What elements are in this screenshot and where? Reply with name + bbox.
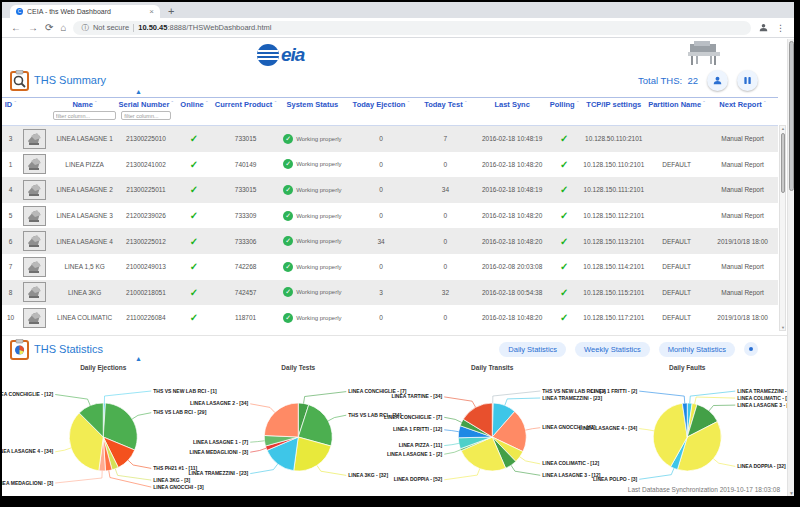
cell-tcpip: 10.128.150.115:2101 — [582, 289, 646, 296]
label-leader-line — [444, 443, 459, 445]
label-leader-line — [444, 450, 461, 455]
tab-strip: C CEIA - ths Web Dashboard × + — [2, 2, 794, 18]
check-icon: ✓ — [190, 184, 198, 195]
sort-caret-icon[interactable]: ˆ — [14, 100, 16, 106]
profile-icon[interactable] — [758, 22, 769, 33]
status-ok-icon: ✓ — [283, 236, 293, 246]
user-action-button[interactable] — [707, 70, 728, 91]
column-header[interactable]: Current Productˆ — [215, 100, 276, 124]
sort-caret-icon[interactable]: ˆ — [407, 100, 409, 106]
sort-caret-icon[interactable]: ˆ — [577, 100, 579, 106]
column-header[interactable]: IDˆ — [2, 100, 19, 124]
back-icon[interactable]: ← — [11, 23, 21, 33]
column-header[interactable]: Pollingˆ — [547, 100, 582, 124]
scroll-up-icon[interactable]: ▲ — [780, 126, 786, 131]
machine-thumbnail-image — [25, 233, 44, 249]
label-leader-line — [444, 430, 458, 432]
forward-icon[interactable]: → — [28, 23, 38, 33]
cell-thumbnail — [19, 282, 50, 302]
sort-caret-icon[interactable]: ˆ — [465, 100, 467, 106]
summary-collapse-icon[interactable]: ▲ — [135, 88, 142, 95]
table-row[interactable]: 1LINEA PIZZA21300241002✓740149✓Working p… — [2, 152, 778, 178]
table-body: 3LINEA LASAGNE 121300225010✓733015✓Worki… — [2, 126, 778, 331]
cell-id: 8 — [2, 289, 19, 296]
sort-caret-icon[interactable]: ˆ — [206, 100, 208, 106]
cell-serial: 21300225011 — [119, 186, 173, 193]
page-scrollbar[interactable]: ▼ — [787, 39, 794, 496]
info-icon[interactable]: ⓘ — [81, 23, 89, 33]
table-row[interactable]: 7LINEA 1,5 KG21000249013✓742268✓Working … — [2, 254, 778, 280]
sort-caret-icon[interactable]: ˆ — [703, 100, 705, 106]
svg-text:Daily Tests: Daily Tests — [281, 364, 315, 372]
column-header-label: Polling — [550, 100, 575, 109]
column-header[interactable]: Onlineˆ — [173, 100, 216, 124]
machine-thumbnail — [23, 231, 46, 251]
ceia-logo-text: eia — [281, 44, 304, 66]
cell-system-status: ✓Working properly — [276, 236, 349, 246]
column-header[interactable]: Nameˆ — [50, 100, 119, 124]
cell-online: ✓ — [173, 261, 216, 272]
cell-current-product: 118701 — [215, 314, 276, 321]
check-icon: ✓ — [560, 184, 568, 195]
table-scrollbar-thumb[interactable] — [781, 133, 785, 193]
cell-thumbnail — [19, 154, 50, 174]
browser-menu-icon[interactable]: ⋮ — [776, 23, 785, 33]
column-filter-input[interactable] — [53, 111, 117, 120]
label-leader-line — [639, 391, 685, 403]
cell-name: LINEA COLIMATIC — [50, 314, 119, 321]
cell-next-report: Manual Report — [707, 161, 778, 168]
stats-more-button[interactable] — [744, 342, 758, 356]
sort-caret-icon[interactable]: ˆ — [95, 100, 97, 106]
scroll-down-icon[interactable]: ▼ — [780, 325, 786, 330]
column-header-label: Partition Name — [648, 100, 701, 109]
label-leader-line — [444, 397, 475, 407]
machine-thumbnail — [23, 154, 46, 174]
table-row[interactable]: 5LINEA LASAGNE 321200239026✓733309✓Worki… — [2, 203, 778, 229]
browser-tab[interactable]: C CEIA - ths Web Dashboard × — [10, 5, 160, 18]
url-host: 10.50.45 — [138, 23, 167, 32]
ths-machine-image — [682, 40, 728, 67]
table-row[interactable]: 10LINEA COLIMATIC21100226084✓118701✓Work… — [2, 305, 778, 331]
pause-polling-button[interactable] — [737, 70, 758, 91]
column-header[interactable]: Today Testˆ — [413, 100, 477, 124]
cell-system-status: ✓Working properly — [276, 134, 349, 144]
column-header[interactable]: Serial Numberˆ — [119, 100, 173, 124]
label-leader-line — [303, 392, 346, 404]
ths-statistics-icon — [10, 339, 29, 360]
svg-text:Daily Ejections: Daily Ejections — [80, 364, 127, 372]
cell-current-product: 740149 — [215, 161, 276, 168]
cell-next-report: Manual Report — [707, 135, 778, 142]
page-scroll-down-icon[interactable]: ▼ — [788, 490, 794, 496]
table-row[interactable]: 6LINEA LASAGNE 421300225012✓733306✓Worki… — [2, 228, 778, 254]
status-text: Working properly — [296, 187, 341, 193]
label-leader-line — [250, 404, 275, 413]
cell-polling: ✓ — [547, 236, 582, 247]
sort-caret-icon[interactable]: ˆ — [764, 100, 766, 106]
check-icon: ✓ — [190, 210, 198, 221]
machine-thumbnail-image — [25, 156, 44, 172]
reload-icon[interactable]: ⟳ — [45, 23, 53, 33]
column-filter-input[interactable] — [121, 111, 170, 120]
page-scrollbar-thumb[interactable] — [789, 41, 794, 191]
stats-period-button[interactable]: Monthly Statistics — [659, 342, 735, 357]
stats-period-button[interactable]: Daily Statistics — [499, 342, 566, 357]
table-scrollbar[interactable]: ▲ ▼ — [779, 125, 786, 331]
new-tab-button[interactable]: + — [168, 5, 174, 17]
home-icon[interactable]: ⌂ — [60, 23, 66, 33]
column-header[interactable]: Today Ejectionˆ — [349, 100, 413, 124]
table-row[interactable]: 8LINEA 3KG21000218051✓742457✓Working pro… — [2, 280, 778, 306]
address-bar[interactable]: ⓘ Not secure 10.50.45:8888/THSWebDashboa… — [73, 21, 751, 35]
summary-section-header: THS Summary ▲ Total THS: 22 — [2, 69, 794, 91]
stats-period-button[interactable]: Weekly Statistics — [575, 342, 650, 357]
label-leader-line — [694, 397, 735, 404]
column-header[interactable]: Partition Nameˆ — [646, 100, 707, 124]
tab-close-icon[interactable]: × — [149, 8, 154, 16]
cell-last-sync: 2016-02-18 10:48:20 — [478, 161, 547, 168]
table-row[interactable]: 4LINEA LASAGNE 221300225011✓733015✓Worki… — [2, 177, 778, 203]
column-header[interactable]: Next Reportˆ — [707, 100, 778, 124]
cell-serial: 21200239026 — [119, 212, 173, 219]
table-row[interactable]: 3LINEA LASAGNE 121300225010✓733015✓Worki… — [2, 126, 778, 152]
check-icon: ✓ — [560, 159, 568, 170]
cell-serial: 21100226084 — [119, 314, 173, 321]
cell-current-product: 733309 — [215, 212, 276, 219]
